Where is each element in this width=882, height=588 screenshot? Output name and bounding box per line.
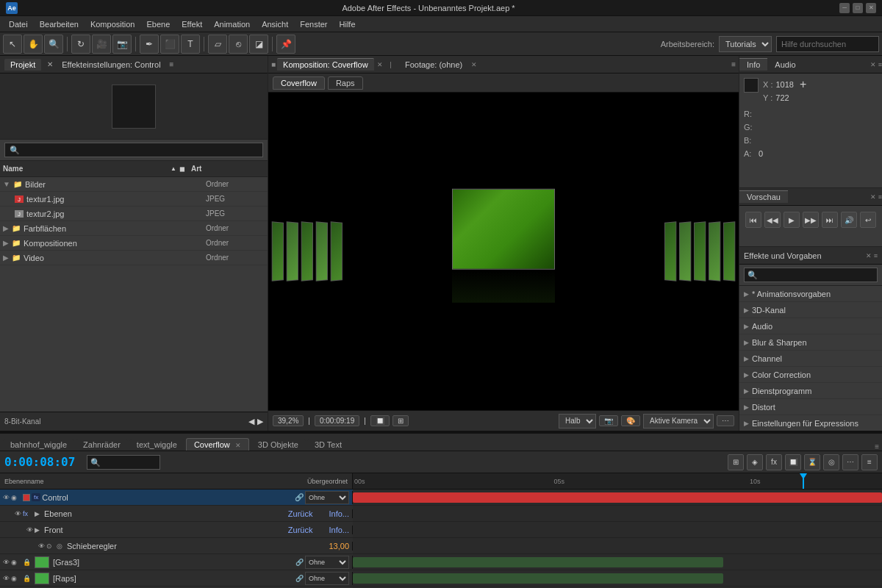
prev-back-frame[interactable]: ◀◀ <box>764 212 781 228</box>
tl-btn-3[interactable]: fx <box>766 454 782 470</box>
vis-control[interactable]: 👁 <box>3 494 10 501</box>
tree-item-video[interactable]: ▶ 📁 Video Ordner <box>0 251 268 265</box>
timeline-search[interactable] <box>87 455 160 470</box>
prev-forward-frame[interactable]: ▶▶ <box>803 212 819 228</box>
camera-select[interactable]: Aktive Kamera <box>643 414 714 429</box>
menu-komposition[interactable]: Komposition <box>85 18 141 30</box>
tl-tab-coverflow[interactable]: Coverflow ✕ <box>186 438 249 451</box>
solo-raps-1[interactable]: ◉ <box>11 575 21 582</box>
tab-vorschau[interactable]: Vorschau <box>739 190 788 203</box>
project-search-input[interactable] <box>4 143 263 157</box>
tl-btn-7[interactable]: ⋯ <box>842 454 858 470</box>
tl-tab-3d-text[interactable]: 3D Text <box>307 439 349 451</box>
preview-panel-menu[interactable]: ✕ ≡ <box>870 193 882 201</box>
menu-ansicht[interactable]: Ansicht <box>256 18 294 30</box>
menu-ebene[interactable]: Ebene <box>140 18 176 30</box>
ep-item-animationsvorgaben[interactable]: ▶ * Animationsvorgaben <box>739 286 882 302</box>
zoom-tool[interactable]: 🔍 <box>44 35 63 54</box>
prev-skip-start[interactable]: ⏮ <box>745 212 761 228</box>
lock-raps-1[interactable]: 🔒 <box>23 575 33 582</box>
effects-search-input[interactable] <box>744 268 878 282</box>
comp-panel-menu[interactable]: ≡ <box>731 60 736 68</box>
tl-btn-2[interactable]: ◈ <box>747 454 763 470</box>
vis-raps-1[interactable]: 👁 <box>3 575 10 582</box>
quality-select[interactable]: Halb <box>559 414 596 429</box>
timecode-display[interactable]: 0:00:08:07 <box>4 455 75 469</box>
layer-row-gras3-1[interactable]: 👁 ◉ 🔒 [Gras3] 🔗 Ohne <box>0 554 882 570</box>
close-button[interactable]: ✕ <box>866 3 876 13</box>
viewer-tab-coverflow[interactable]: Coverflow <box>273 76 325 90</box>
tree-item-textur2[interactable]: J textur2.jpg JPEG <box>0 207 268 221</box>
menu-bearbeiten[interactable]: Bearbeiten <box>34 18 85 30</box>
menu-hilfe[interactable]: Hilfe <box>334 18 362 30</box>
tree-item-textur1[interactable]: J textur1.jpg JPEG <box>0 192 268 207</box>
grid-btn[interactable]: ⊞ <box>392 415 409 426</box>
right-arrow-btn[interactable]: ▶ <box>257 417 263 426</box>
lock-gras3-1[interactable]: 🔒 <box>23 559 33 566</box>
menu-datei[interactable]: Datei <box>3 18 34 30</box>
ep-item-audio[interactable]: ▶ Audio <box>739 318 882 334</box>
tl-btn-4[interactable]: 🔲 <box>785 454 801 470</box>
expand-ebenen[interactable]: ▶ <box>35 510 40 517</box>
puppet-tool[interactable]: 📌 <box>276 35 295 54</box>
brush-tool[interactable]: ⬛ <box>160 35 179 54</box>
comp-tab-close[interactable]: ✕ <box>377 61 383 68</box>
ep-item-colorcorrection[interactable]: ▶ Color Correction <box>739 367 882 383</box>
clone-tool[interactable]: ⎋ <box>229 35 248 54</box>
time-display[interactable]: 0:00:09:19 <box>315 415 359 426</box>
tl-tab-3d-objekte[interactable]: 3D Objekte <box>251 439 306 451</box>
prev-loop[interactable]: ↩ <box>860 212 876 228</box>
zurueck-ebenen[interactable]: Zurück <box>288 509 313 518</box>
tl-btn-5[interactable]: ⌛ <box>804 454 820 470</box>
comp-tab-coverflow[interactable]: Komposition: Coverflow <box>277 58 374 71</box>
tree-item-bilder[interactable]: ▼ 📁 Bilder Ordner <box>0 177 268 192</box>
menu-effekt[interactable]: Effekt <box>176 18 208 30</box>
view-options-btn[interactable]: ⋯ <box>717 415 734 426</box>
camera2-tool[interactable]: 📷 <box>112 35 132 54</box>
icon-chain-gras3-1[interactable]: 🔗 <box>295 559 304 566</box>
ep-item-blur[interactable]: ▶ Blur & Sharpen <box>739 334 882 351</box>
effects-presets-menu[interactable]: ✕ ≡ <box>866 252 878 259</box>
tl-tab-coverflow-close[interactable]: ✕ <box>235 442 241 449</box>
zoom-display[interactable]: 39,2% <box>273 415 304 426</box>
tl-tab-zahnraeder[interactable]: Zahnräder <box>76 439 128 451</box>
prev-audio[interactable]: 🔊 <box>841 212 857 228</box>
solo-gras3-1[interactable]: ◉ <box>11 559 21 566</box>
zurueck-front[interactable]: Zurück <box>288 526 313 534</box>
parent-select-control[interactable]: Ohne <box>305 491 349 504</box>
solo-control[interactable]: ◉ <box>11 494 21 501</box>
info-front[interactable]: Info... <box>329 526 349 534</box>
ep-item-distort[interactable]: ▶ Distort <box>739 399 882 415</box>
ep-item-channel[interactable]: ▶ Channel <box>739 351 882 367</box>
ep-item-3dkanal[interactable]: ▶ 3D-Kanal <box>739 302 882 318</box>
tree-item-farbflaechen[interactable]: ▶ 📁 Farbflächen Ordner <box>0 221 268 236</box>
ep-item-expressions[interactable]: ▶ Einstellungen für Expressions <box>739 415 882 431</box>
layer-row-ebenen[interactable]: 👁 fx ▶ Ebenen Zurück Info... <box>0 506 882 522</box>
timeline-menu-btn[interactable]: ≡ <box>875 442 879 451</box>
footage-tab-close[interactable]: ✕ <box>471 61 477 68</box>
help-search[interactable] <box>776 36 879 52</box>
tab-info[interactable]: Info <box>739 58 767 71</box>
viewer-tab-raps[interactable]: Raps <box>328 76 363 90</box>
minimize-button[interactable]: ─ <box>839 3 850 13</box>
info-ebenen[interactable]: Info... <box>329 509 349 518</box>
tl-tab-bahnhof[interactable]: bahnhof_wiggle <box>3 439 74 451</box>
vis-ebenen[interactable]: 👁 <box>15 510 21 517</box>
icon-chain-raps-1[interactable]: 🔗 <box>295 575 304 582</box>
tl-tab-text-wiggle[interactable]: text_wiggle <box>129 439 184 451</box>
menu-animation[interactable]: Animation <box>208 18 256 30</box>
rotation-tool[interactable]: ↻ <box>71 35 90 54</box>
select-tool[interactable]: ↖ <box>3 35 22 54</box>
hand-tool[interactable]: ✋ <box>24 35 43 54</box>
layer-row-front[interactable]: 👁 ▶ Front Zurück Info... <box>0 522 882 538</box>
parent-select-gras3-1[interactable]: Ohne <box>305 556 349 569</box>
tl-btn-8[interactable]: ≡ <box>861 454 878 470</box>
tab-projekt[interactable]: Projekt <box>4 59 41 71</box>
workspace-select[interactable]: Tutorials <box>719 36 772 52</box>
layer-row-control[interactable]: 👁 ◉ fx Control 🔗 Ohne <box>0 490 882 506</box>
channels-btn[interactable]: 🎨 <box>621 415 640 426</box>
menu-fenster[interactable]: Fenster <box>294 18 333 30</box>
left-arrow-btn[interactable]: ◀ <box>248 417 254 426</box>
tab-effekteinstellungen[interactable]: Effekteinstellungen: Control <box>56 59 166 71</box>
text-tool[interactable]: T <box>181 35 200 54</box>
